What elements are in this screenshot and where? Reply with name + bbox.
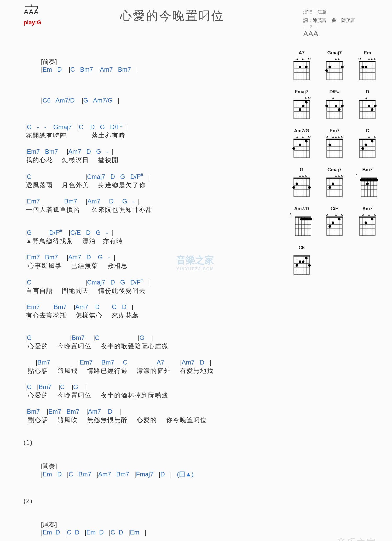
svg-point-130: [338, 136, 340, 138]
svg-point-163: [371, 140, 373, 143]
svg-point-90: [341, 105, 344, 107]
svg-point-272: [371, 218, 373, 220]
svg-point-107: [374, 105, 377, 107]
svg-point-180: [292, 186, 295, 189]
lyric-line: 心愛的 今晚置叼位 夜半的歌聲陪阮心虛微: [24, 342, 277, 350]
capo-left: 3 AAA play:G: [24, 8, 41, 26]
credit-singer: 演唱：江蕙: [303, 8, 382, 16]
svg-point-200: [332, 183, 334, 185]
chord-diagram: C/E: [320, 206, 349, 239]
svg-point-39: [374, 58, 376, 60]
lyric-line: 自言自語 問地問天 情份此後要叼去: [24, 287, 277, 295]
chord-diagram: A7: [287, 50, 316, 83]
svg-point-55: [305, 97, 307, 99]
chord-diagrams: A7Gmaj7EmFmaj7D/F#DAm7/GEm7CGCmaj7Bm72Am…: [287, 50, 382, 278]
lyric-line: 我的心花 怎樣暝日 攏袂開: [24, 156, 277, 164]
chord-line: |C |Cmaj7 D G D/F# |: [24, 173, 277, 180]
svg-point-286: [296, 264, 298, 267]
chord-name: A7: [298, 50, 304, 56]
chord-diagram: Am7: [353, 206, 382, 239]
fretboard-icon: [359, 174, 379, 200]
svg-point-232: [300, 218, 303, 220]
capo-indicator-right: 3 AAA: [303, 27, 319, 40]
base-fret: 2: [355, 174, 358, 178]
svg-point-53: [361, 66, 364, 68]
svg-point-217: [376, 179, 378, 181]
fretboard-icon: [357, 96, 378, 122]
svg-point-257: [374, 214, 376, 215]
svg-point-38: [371, 58, 373, 60]
chord-diagram: Am7/D5: [287, 206, 316, 239]
svg-point-166: [305, 175, 307, 176]
chord-diagram: D/F#: [320, 89, 349, 122]
svg-point-87: [325, 105, 328, 107]
svg-point-1: [302, 58, 304, 60]
fretboard-icon: [293, 213, 314, 239]
chord-diagram: Am7/G: [287, 128, 316, 161]
chord-line: |Bm7 |Em7 Bm7 |C A7 |Am7 D |: [24, 359, 277, 366]
page-title: 心愛的今晚置叼位: [41, 8, 303, 24]
interlude-number: (1): [24, 439, 277, 446]
svg-rect-214: [360, 179, 378, 181]
lyric-line: 有心去賞花瓶 怎樣無心 來疼花蕊: [24, 311, 277, 320]
svg-point-56: [309, 97, 310, 99]
svg-point-70: [305, 101, 308, 104]
svg-point-88: [335, 105, 337, 107]
chord-name: Gmaj7: [327, 50, 342, 56]
capo-indicator: 3 AAA: [24, 8, 39, 16]
chord-line: |G - - Gmaj7 |C D G D/F# |: [24, 123, 277, 131]
svg-point-105: [368, 105, 370, 107]
svg-point-161: [361, 147, 364, 150]
chord-name: D/F#: [329, 89, 339, 95]
fretboard-icon: [291, 96, 312, 122]
svg-point-290: [308, 264, 311, 267]
verse-2: |G D/F# |C/E D G - | ▲野鳥總得找巢 漂泊 亦有時 |Em7…: [24, 229, 277, 320]
chord-diagram: Cmaj7: [320, 167, 349, 200]
svg-point-215: [360, 179, 362, 181]
svg-point-235: [310, 218, 312, 220]
lyric-line: ▲野鳥總得找巢 漂泊 亦有時: [24, 237, 277, 245]
lyric-line: 花開總有時陣 落土亦有時: [24, 131, 277, 140]
fretboard-icon: [357, 135, 378, 161]
chord-diagram: Gmaj7: [320, 50, 349, 83]
svg-point-19: [338, 58, 340, 60]
intro-block: [前奏] |Em D |C Bm7 |Am7 Bm7 | [前奏] |C6 Am…: [24, 50, 277, 111]
svg-point-91: [365, 97, 367, 99]
svg-point-129: [335, 136, 337, 138]
svg-point-131: [342, 136, 343, 138]
interlude-block: (1) [間奏] |Em D |C Bm7 |Am7 Bm7 |Fmaj7 |D…: [24, 439, 277, 486]
svg-point-182: [308, 186, 311, 189]
play-key: play:G: [24, 19, 41, 26]
chord-diagram: Fmaj7: [287, 89, 316, 122]
chord-name: Cmaj7: [327, 167, 342, 173]
chord-diagram: Bm72: [353, 167, 382, 200]
chord-line: |G |Bm7 |C |G |: [24, 383, 277, 391]
svg-point-127: [326, 136, 328, 138]
lyrics-column: [前奏] |Em D |C Bm7 |Am7 Bm7 | [前奏] |C6 Am…: [24, 50, 277, 541]
chord-name: Am7/G: [294, 128, 309, 134]
intro-line-2: [前奏] |C6 Am7/D |G Am7/G |: [24, 81, 277, 111]
svg-point-35: [341, 66, 344, 68]
lyric-line: 透風落雨 月色外美 身邊總是欠了你: [24, 181, 277, 189]
svg-point-184: [338, 175, 340, 176]
fretboard-icon: [291, 174, 312, 200]
svg-point-234: [307, 218, 309, 220]
header: 3 AAA play:G 心愛的今晚置叼位 演唱：江蕙 詞：陳茂富 曲：陳茂富 …: [24, 8, 382, 40]
svg-point-0: [296, 58, 298, 60]
svg-point-287: [299, 260, 301, 263]
chord-name: Am7: [362, 206, 372, 212]
svg-point-164: [299, 175, 301, 176]
svg-point-124: [292, 147, 295, 150]
svg-point-147: [374, 136, 376, 138]
svg-point-73: [332, 97, 334, 99]
outro-block: (2) [尾奏] |Em D |C D |Em D |C D |Em |: [24, 497, 277, 541]
svg-point-34: [328, 66, 331, 68]
outro-line: [尾奏] |Em D |C D |Em D |C D |Em |: [24, 513, 277, 541]
chord-name: C/E: [331, 206, 338, 212]
lyric-line: 心愛的 今晚置叼位 夜半的酒杯捧到阮嘴邊: [24, 391, 277, 400]
svg-point-110: [309, 136, 310, 138]
svg-point-54: [365, 66, 367, 68]
chord-line: |Em7 Bm7 |Am7 D G - |: [24, 198, 277, 205]
svg-point-183: [335, 175, 337, 176]
chord-line: |Em7 Bm7 |Am7 D G - |: [24, 254, 277, 261]
